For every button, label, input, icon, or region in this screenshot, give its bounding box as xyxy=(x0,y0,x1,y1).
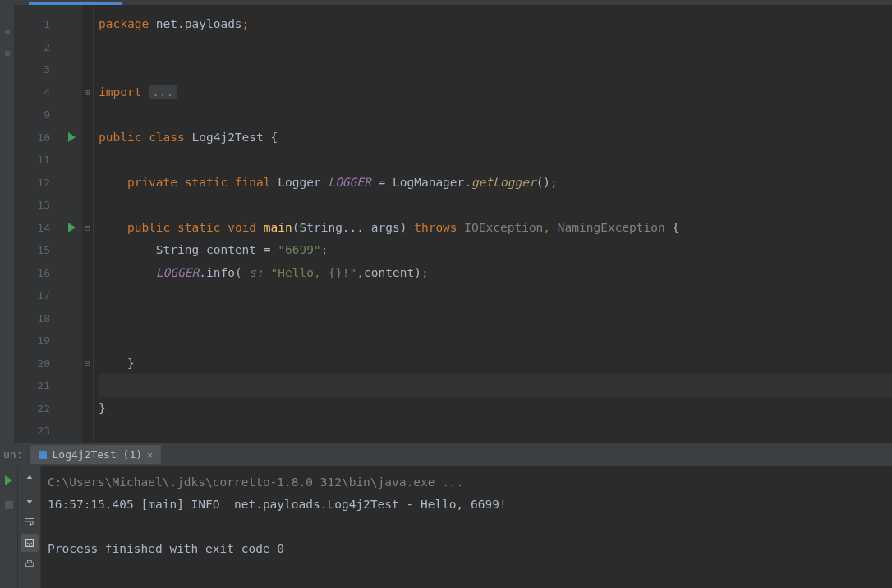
code-line[interactable] xyxy=(99,103,892,126)
code-line[interactable] xyxy=(99,36,892,59)
console-output[interactable]: C:\Users\Michael\.jdks\corretto-1.8.0_31… xyxy=(41,466,892,588)
arrow-down-icon xyxy=(24,494,35,506)
code-line[interactable] xyxy=(99,58,892,81)
soft-wrap-button[interactable] xyxy=(21,512,39,531)
line-number[interactable]: 18 xyxy=(15,307,60,330)
code-line[interactable]: public static void main(String... args) … xyxy=(99,217,892,240)
code-line[interactable]: import ... xyxy=(99,81,892,104)
console-line: C:\Users\Michael\.jdks\corretto-1.8.0_31… xyxy=(48,475,463,489)
run-toolbar-secondary xyxy=(18,466,41,588)
line-number[interactable]: 13 xyxy=(15,194,60,217)
code-line[interactable]: } xyxy=(99,397,892,420)
line-number[interactable]: 15 xyxy=(15,239,60,262)
line-number[interactable]: 3 xyxy=(15,58,60,81)
scroll-to-end-button[interactable] xyxy=(21,534,39,552)
line-number-gutter[interactable]: 1 2 3 4 9 10 11 12 13 14 15 16 17 18 19 … xyxy=(15,5,61,443)
fold-toggle[interactable]: ⊟ xyxy=(82,217,93,240)
run-toolwindow-label: un: xyxy=(3,448,22,461)
code-line[interactable] xyxy=(99,284,892,307)
code-line[interactable] xyxy=(99,420,892,443)
line-number[interactable]: 4 xyxy=(15,81,60,104)
line-number[interactable]: 14 xyxy=(15,217,60,240)
line-number[interactable]: 17 xyxy=(15,284,60,307)
scroll-down-button[interactable] xyxy=(21,491,39,509)
play-icon xyxy=(5,475,12,485)
run-tabbar: un: Log4j2Test (1) ✕ xyxy=(0,443,892,466)
code-line[interactable]: LOGGER.info( s: "Hello, {}!",content); xyxy=(99,262,892,285)
code-line[interactable]: package net.payloads; xyxy=(99,13,892,36)
code-line[interactable]: String content = "6699"; xyxy=(99,239,892,262)
code-line-current[interactable] xyxy=(99,374,892,397)
run-line-marker[interactable] xyxy=(61,217,82,240)
tool-stripe-mark[interactable] xyxy=(5,30,10,34)
code-line[interactable]: } xyxy=(99,352,892,375)
scroll-up-button[interactable] xyxy=(21,470,39,488)
run-tab-label: Log4j2Test (1) xyxy=(52,448,142,461)
play-icon xyxy=(68,223,76,232)
svg-rect-1 xyxy=(27,561,31,563)
run-gutter xyxy=(61,5,82,443)
main-area: 1 2 3 4 9 10 11 12 13 14 15 16 17 18 19 … xyxy=(0,5,892,443)
code-area[interactable]: package net.payloads; import ... public … xyxy=(94,5,892,443)
run-line-marker[interactable] xyxy=(61,126,82,149)
code-line[interactable]: public class Log4j2Test { xyxy=(99,126,892,149)
line-number[interactable]: 10 xyxy=(15,126,60,149)
code-line[interactable] xyxy=(99,149,892,172)
code-line[interactable] xyxy=(99,307,892,330)
line-number[interactable]: 2 xyxy=(15,36,60,59)
line-number[interactable]: 22 xyxy=(15,397,60,420)
application-icon xyxy=(39,451,47,459)
stop-button[interactable] xyxy=(0,496,18,514)
run-toolbar-primary xyxy=(0,466,18,588)
console-line: 16:57:15.405 [main] INFO net.payloads.Lo… xyxy=(48,498,507,511)
line-number[interactable]: 21 xyxy=(15,374,60,397)
rerun-button[interactable] xyxy=(0,471,18,489)
stop-icon xyxy=(5,501,13,509)
print-button[interactable] xyxy=(21,555,39,573)
line-number[interactable]: 11 xyxy=(15,149,60,172)
folded-region[interactable]: ... xyxy=(149,85,177,99)
line-number[interactable]: 9 xyxy=(15,103,60,126)
line-number[interactable]: 20 xyxy=(15,352,60,375)
run-config-tab[interactable]: Log4j2Test (1) ✕ xyxy=(30,445,161,464)
arrow-up-icon xyxy=(24,473,35,485)
line-number[interactable]: 23 xyxy=(15,420,60,443)
scroll-end-icon xyxy=(24,537,35,549)
tool-window-stripe-left[interactable] xyxy=(0,5,15,443)
tool-stripe-mark[interactable] xyxy=(5,51,10,56)
code-line[interactable] xyxy=(99,194,892,217)
code-editor[interactable]: 1 2 3 4 9 10 11 12 13 14 15 16 17 18 19 … xyxy=(15,5,892,443)
line-number[interactable]: 16 xyxy=(15,262,60,285)
fold-toggle[interactable]: ⊟ xyxy=(82,352,93,375)
code-line[interactable]: private static final Logger LOGGER = Log… xyxy=(99,172,892,195)
caret xyxy=(99,376,99,392)
fold-toggle[interactable]: ⊞ xyxy=(82,81,93,104)
fold-gutter: ⊞ ⊟ ⊟ xyxy=(82,5,94,443)
console-line: Process finished with exit code 0 xyxy=(48,542,284,555)
run-tool-window: un: Log4j2Test (1) ✕ C:\Users\Michael\.j… xyxy=(0,443,892,588)
printer-icon xyxy=(24,558,35,570)
line-number[interactable]: 1 xyxy=(15,13,60,36)
close-icon[interactable]: ✕ xyxy=(147,449,153,461)
svg-rect-0 xyxy=(25,563,33,566)
play-icon xyxy=(68,132,76,142)
wrap-icon xyxy=(24,516,35,527)
line-number[interactable]: 12 xyxy=(15,172,60,195)
line-number[interactable]: 19 xyxy=(15,329,60,352)
code-line[interactable] xyxy=(99,329,892,352)
